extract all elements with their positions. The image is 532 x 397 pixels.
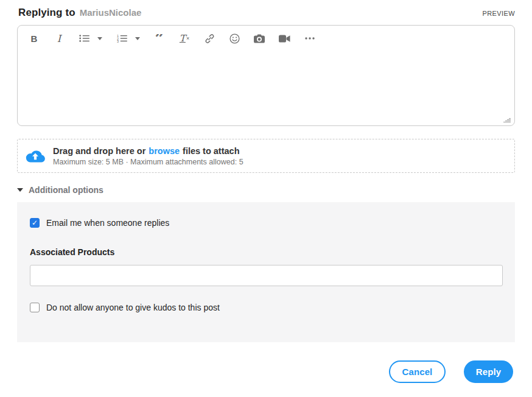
reply-button[interactable]: Reply [464, 360, 513, 383]
reply-header: Replying to MariusNicolae PREVIEW [18, 7, 515, 19]
upload-cloud-icon [26, 149, 45, 163]
preview-link[interactable]: PREVIEW [482, 10, 515, 17]
insert-video-icon[interactable] [279, 33, 290, 44]
additional-options-panel: Email me when someone replies Associated… [17, 202, 515, 342]
replying-to-username: MariusNicolae [80, 7, 142, 18]
resize-handle[interactable] [503, 118, 511, 122]
bold-icon[interactable]: B [29, 33, 40, 44]
browse-files-link[interactable]: browse [149, 146, 180, 156]
attachment-limits: Maximum size: 5 MB · Maximum attachments… [53, 158, 243, 166]
additional-options-label: Additional options [29, 185, 103, 195]
remove-formatting-icon[interactable]: T× [179, 33, 190, 44]
bulleted-list-dropdown-icon[interactable] [97, 37, 102, 40]
collapse-arrow-icon [17, 188, 23, 192]
insert-link-icon[interactable] [204, 33, 215, 44]
page-title: Replying to [18, 7, 75, 19]
editor-toolbar: B I 1 2 3 [18, 26, 514, 47]
cancel-button[interactable]: Cancel [389, 360, 446, 383]
additional-options-toggle[interactable]: Additional options [17, 185, 103, 195]
kudos-option: Do not allow anyone to give kudos to thi… [30, 303, 220, 312]
numbered-list-icon[interactable]: 1 2 3 [116, 33, 127, 44]
numbered-list-dropdown-icon[interactable] [135, 37, 140, 40]
email-reply-checkbox[interactable] [30, 218, 40, 228]
rich-text-editor: B I 1 2 3 [17, 25, 515, 126]
associated-products-label: Associated Products [30, 247, 114, 257]
email-reply-label: Email me when someone replies [46, 218, 169, 228]
italic-icon[interactable]: I [54, 33, 65, 44]
dropzone-instruction: Drag and drop here or browse files to at… [53, 146, 243, 156]
kudos-checkbox[interactable] [30, 303, 40, 312]
insert-photo-icon[interactable] [254, 33, 265, 44]
attachment-dropzone[interactable]: Drag and drop here or browse files to at… [17, 139, 515, 173]
bulleted-list-icon[interactable] [79, 33, 89, 44]
footer-actions: Cancel Reply [389, 360, 513, 383]
associated-products-input[interactable] [30, 265, 503, 286]
svg-text:3: 3 [117, 40, 119, 43]
reply-body-input[interactable] [18, 47, 514, 116]
more-options-icon[interactable] [304, 33, 315, 44]
kudos-label: Do not allow anyone to give kudos to thi… [46, 303, 220, 312]
insert-emoji-icon[interactable] [229, 33, 240, 44]
quote-icon[interactable]: ” [154, 34, 165, 43]
email-reply-option: Email me when someone replies [30, 218, 169, 228]
